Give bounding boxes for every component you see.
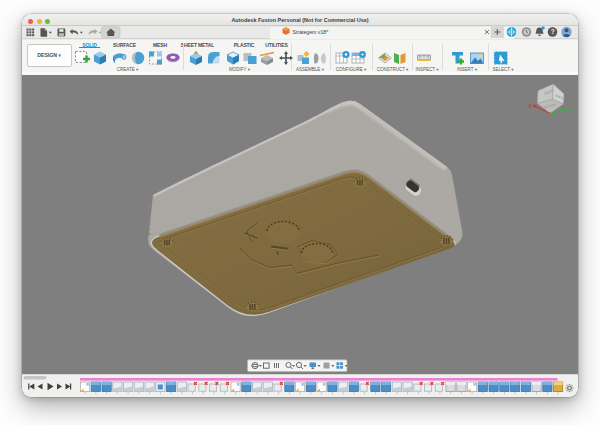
svg-text:X: X — [529, 104, 532, 109]
svg-text:Y: Y — [571, 108, 574, 113]
svg-text:?: ? — [551, 28, 555, 35]
svg-text:Strategem v18*: Strategem v18* — [293, 29, 329, 35]
